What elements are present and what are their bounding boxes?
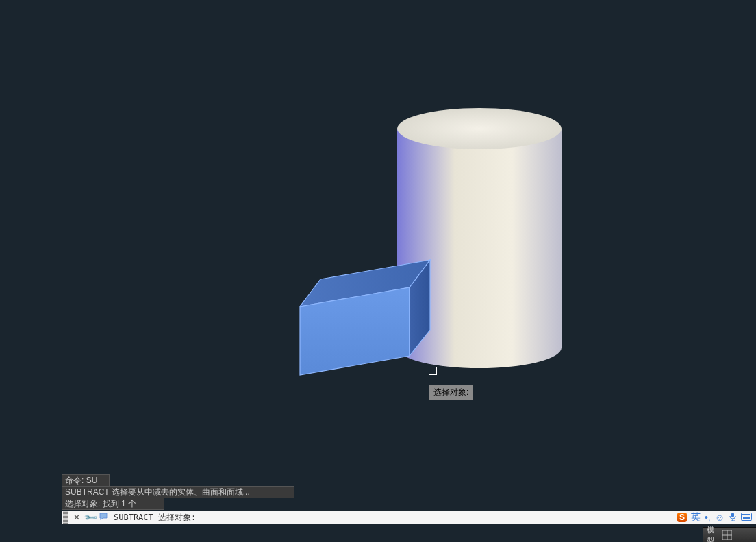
wrench-icon[interactable]: 🔧 (83, 510, 99, 526)
command-history: 命令: SU SUBTRACT 选择要从中减去的实体、曲面和面域... 选择对象… (62, 474, 294, 509)
drag-handle[interactable] (63, 511, 68, 524)
3d-viewport[interactable]: 选择对象: (0, 0, 756, 512)
command-line-bar[interactable]: ✕ 🔧 SUBTRACT 选择对象: S 英 •, ☺ (62, 511, 756, 524)
status-bar: 模型 ⋮⋮ (703, 527, 756, 542)
command-input[interactable]: SUBTRACT 选择对象: (111, 512, 673, 524)
ime-lang-label: 英 (691, 511, 701, 524)
svg-point-0 (397, 108, 562, 149)
grid-display-icon[interactable] (718, 528, 736, 542)
command-prompt-icon[interactable] (99, 512, 110, 523)
history-line: SUBTRACT 选择要从中减去的实体、曲面和面域... (62, 486, 294, 498)
svg-rect-8 (746, 514, 748, 515)
history-line: 命令: SU (62, 474, 110, 487)
model-space-button[interactable]: 模型 (703, 528, 718, 542)
ime-punct-icon[interactable]: •, (705, 512, 711, 523)
ime-badge-icon: S (677, 513, 687, 522)
close-commandline-icon[interactable]: ✕ (71, 512, 82, 523)
ime-mic-icon[interactable] (729, 512, 737, 524)
svg-rect-10 (743, 517, 750, 519)
status-dots-icon[interactable]: ⋮⋮ (736, 528, 756, 542)
svg-rect-9 (748, 514, 750, 515)
svg-rect-7 (744, 514, 746, 515)
svg-rect-4 (731, 513, 734, 517)
ime-indicator[interactable]: S 英 •, ☺ (673, 511, 756, 524)
ime-keyboard-icon[interactable] (741, 512, 752, 523)
svg-rect-6 (742, 514, 744, 515)
box-solid-selected[interactable] (293, 253, 444, 383)
pick-cursor (429, 367, 437, 375)
ime-emoji-icon[interactable]: ☺ (715, 512, 724, 523)
history-line: 选择对象: 找到 1 个 (62, 498, 164, 510)
prompt-tooltip: 选择对象: (429, 385, 473, 400)
